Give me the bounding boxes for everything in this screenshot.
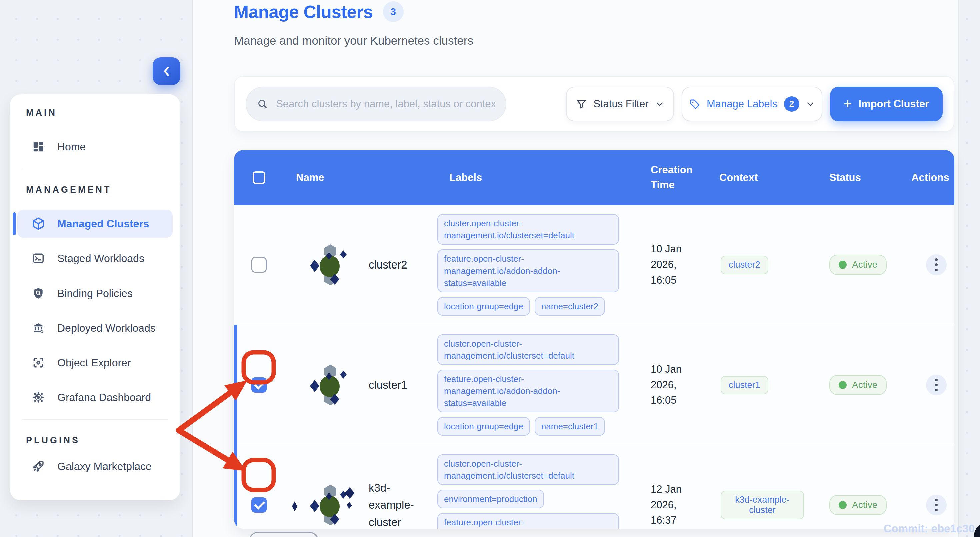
import-cluster-button[interactable]: + Import Cluster <box>830 87 943 121</box>
column-header-creation-time: Creation Time <box>637 163 707 193</box>
sidebar-collapse-button[interactable] <box>153 57 180 85</box>
status-dot-icon <box>838 381 847 389</box>
status-cell: Active <box>817 205 907 325</box>
label-chip: cluster.open-cluster-management.io/clust… <box>438 214 619 245</box>
row-checkbox-cell <box>234 205 284 325</box>
search-input[interactable] <box>276 98 495 110</box>
labels-cell: cluster.open-cluster-management.io/clust… <box>438 445 637 529</box>
status-badge: Active <box>829 375 887 395</box>
sidebar: MAIN Home MANAGEMENT Managed Clusters <box>10 94 180 500</box>
context-cell: k3d-example-cluster <box>707 445 817 529</box>
creation-time: 12 Jan 2026, 16:37 <box>651 482 697 528</box>
sidebar-item-galaxy-marketplace[interactable]: Galaxy Marketplace <box>18 452 173 480</box>
row-checkbox[interactable] <box>251 497 267 513</box>
row-checkbox[interactable] <box>251 257 267 272</box>
manage-labels-button[interactable]: Manage Labels 2 <box>682 87 822 121</box>
sidebar-item-home[interactable]: Home <box>18 133 173 161</box>
partial-bottom-button[interactable] <box>248 532 319 537</box>
focus-scan-icon <box>31 355 45 370</box>
sidebar-item-binding-policies[interactable]: Binding Policies <box>18 279 173 307</box>
column-header-status: Status <box>817 172 907 184</box>
row-checkbox-cell <box>234 445 284 529</box>
status-label: Active <box>852 260 877 270</box>
corner-widget <box>974 523 980 537</box>
actions-cell <box>907 205 955 325</box>
column-header-labels: Labels <box>438 172 637 184</box>
tag-icon <box>689 99 700 109</box>
toolbar: Status Filter Manage Labels 2 + Import C… <box>234 76 955 132</box>
context-badge: cluster1 <box>721 376 768 394</box>
creation-time: 10 Jan 2026, 16:05 <box>651 362 697 408</box>
name-cell: k3d-example-cluster <box>284 445 438 529</box>
status-cell: Active <box>817 445 907 529</box>
sidebar-item-label: Staged Workloads <box>57 252 144 265</box>
sidebar-item-object-explorer[interactable]: Object Explorer <box>18 349 173 376</box>
rocket-icon <box>31 459 45 473</box>
sidebar-item-label: Grafana Dashboard <box>57 391 151 403</box>
search-icon <box>257 98 268 110</box>
label-chip: cluster.open-cluster-management.io/clust… <box>438 454 619 485</box>
sidebar-section-main: MAIN <box>18 108 173 118</box>
cluster-name: cluster1 <box>369 376 425 393</box>
page-subtitle: Manage and monitor your Kubernetes clust… <box>234 34 473 47</box>
chevron-left-icon <box>161 66 172 77</box>
label-chip: feature.open-cluster-management.io/addon… <box>438 250 619 292</box>
sidebar-section-plugins: PLUGINS <box>18 435 173 446</box>
column-header-actions: Actions <box>907 172 955 184</box>
clusters-table: Name Labels Creation Time Context Status… <box>234 150 955 529</box>
sidebar-divider <box>22 169 168 169</box>
manage-labels-label: Manage Labels <box>707 98 777 110</box>
sidebar-item-label: Galaxy Marketplace <box>57 460 152 473</box>
sidebar-item-deployed-workloads[interactable]: Deployed Workloads <box>18 314 173 342</box>
commit-hash-label: Commit: ebe1c30 <box>884 522 975 535</box>
status-filter-label: Status Filter <box>593 98 648 110</box>
cluster-count-badge: 3 <box>383 2 404 22</box>
row-actions-menu-button[interactable] <box>926 495 947 515</box>
context-cell: cluster1 <box>707 325 817 445</box>
row-checkbox-cell <box>234 325 284 445</box>
row-actions-menu-button[interactable] <box>926 255 947 275</box>
table-row: k3d-example-cluster cluster.open-cluster… <box>234 445 955 529</box>
table-row: cluster2 cluster.open-cluster-management… <box>234 205 955 325</box>
sidebar-item-label: Object Explorer <box>57 357 131 369</box>
app-root: MAIN Home MANAGEMENT Managed Clusters <box>0 0 980 537</box>
table-header-row: Name Labels Creation Time Context Status… <box>234 150 955 205</box>
grafana-gear-icon <box>31 390 45 404</box>
sidebar-item-label: Deployed Workloads <box>57 322 156 334</box>
select-all-checkbox[interactable] <box>253 171 265 184</box>
page-title: Manage Clusters <box>234 2 373 22</box>
context-badge: cluster2 <box>721 256 768 274</box>
creation-time-cell: 12 Jan 2026, 16:37 <box>637 445 707 529</box>
labels-cell: cluster.open-cluster-management.io/clust… <box>438 205 637 325</box>
label-chip: name=cluster2 <box>535 297 605 316</box>
status-dot-icon <box>838 501 847 509</box>
labels-cell: cluster.open-cluster-management.io/clust… <box>438 325 637 445</box>
page-header: Manage Clusters 3 Manage and monitor you… <box>234 2 473 47</box>
column-header-name: Name <box>284 172 438 184</box>
label-chip: location-group=edge <box>438 297 530 316</box>
context-cell: cluster2 <box>707 205 817 325</box>
actions-cell <box>907 325 955 445</box>
creation-time: 10 Jan 2026, 16:05 <box>651 242 697 288</box>
sidebar-item-staged-workloads[interactable]: Staged Workloads <box>18 244 173 272</box>
status-label: Active <box>852 379 877 390</box>
sidebar-item-managed-clusters[interactable]: Managed Clusters <box>18 210 173 238</box>
import-cluster-label: Import Cluster <box>858 98 929 110</box>
sidebar-item-grafana-dashboard[interactable]: Grafana Dashboard <box>18 383 173 411</box>
plus-icon: + <box>844 97 852 111</box>
label-chip: cluster.open-cluster-management.io/clust… <box>438 334 619 365</box>
actions-cell <box>907 445 955 529</box>
status-cell: Active <box>817 325 907 445</box>
label-chip: name=cluster1 <box>535 417 605 436</box>
status-label: Active <box>852 500 877 510</box>
cluster-logo <box>311 244 349 285</box>
status-filter-button[interactable]: Status Filter <box>566 87 674 121</box>
row-actions-menu-button[interactable] <box>926 374 947 395</box>
sidebar-section-management: MANAGEMENT <box>18 185 173 195</box>
status-dot-icon <box>838 261 847 269</box>
creation-time-cell: 10 Jan 2026, 16:05 <box>637 325 707 445</box>
row-checkbox[interactable] <box>251 377 267 393</box>
sidebar-divider <box>22 419 168 420</box>
status-badge: Active <box>829 495 887 515</box>
name-cell: cluster1 <box>284 325 438 445</box>
